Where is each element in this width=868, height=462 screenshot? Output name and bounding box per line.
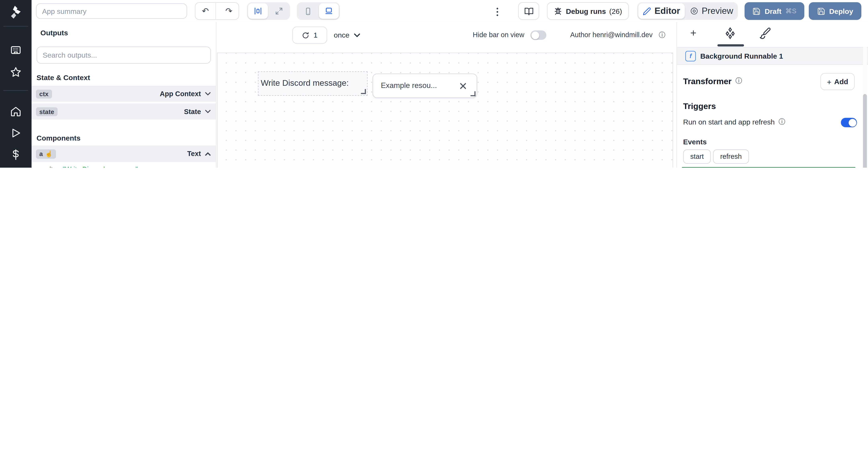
hide-bar-label: Hide bar on view [473,31,524,39]
device-toggle-group [297,2,340,20]
topbar: ↶ ↷ Debug runs(26) Editor Preview [32,0,868,23]
events-title: Events [683,138,707,146]
scrollbar-thumb[interactable] [863,94,867,168]
text-component[interactable]: Write Discord message: [258,72,367,95]
tab-preview[interactable]: Preview [686,3,737,19]
run-on-start-row: Run on start and app refreshⓘ [683,117,785,127]
tab-editor[interactable]: Editor [638,3,685,19]
inspector-header: f Background Runnable 1 [677,47,868,65]
a-result: result:"Write Discord message:" [37,165,138,168]
runs-play-icon[interactable] [10,127,22,139]
event-chip-start: start [683,150,711,164]
editor-preview-group: Editor Preview [637,2,738,20]
add-transformer-button[interactable]: +Add [820,73,855,90]
undo-button[interactable]: ↶ [195,3,216,20]
centered-layout-button[interactable] [248,3,268,19]
desktop-view-button[interactable] [319,3,339,19]
function-icon: f [685,51,696,61]
outputs-panel: Outputs State & Context ctx App Context … [32,22,216,168]
mobile-view-button[interactable] [298,3,318,19]
debug-runs-button[interactable]: Debug runs(26) [547,2,629,20]
home-icon[interactable] [10,106,22,117]
chevron-down-icon[interactable] [205,92,211,96]
resource-select-component[interactable]: Example resou... [373,73,477,98]
values-watched-box: Values watched b.result +Add dependency … [682,167,855,168]
transformer-row: Transformerⓘ [683,76,742,86]
draft-button[interactable]: Draft⌘S [745,2,805,20]
workspace-icon[interactable] [10,44,22,56]
triggers-title: Triggers [683,101,716,111]
left-nav-rail [0,0,32,168]
chevron-up-icon[interactable] [205,152,211,156]
docs-book-button[interactable] [518,2,539,20]
resize-handle[interactable] [361,89,366,94]
inspector-panel: + f Background Runnable 1 Transformerⓘ +… [677,22,868,168]
ctx-badge: ctx [36,89,52,98]
author-label: Author henri@windmill.dev [570,31,653,39]
favorites-star-icon[interactable] [10,66,22,78]
rail-divider [3,26,28,27]
canvas-column: 1 once Hide bar on view Author henri@win… [216,22,676,168]
windmill-logo[interactable] [8,4,23,20]
state-context-title: State & Context [37,73,90,82]
active-tab-underline [717,44,744,46]
redo-button[interactable]: ↷ [219,3,239,20]
chevron-down-icon [354,33,361,37]
clear-selection-icon[interactable] [460,82,467,90]
author-info-icon[interactable]: ⓘ [659,31,665,40]
refresh-count-control[interactable]: 1 [292,27,327,43]
a-badge: a☝ [36,149,56,158]
rail-divider-2 [3,90,28,91]
hand-pointer-icon: ☝ [45,150,53,157]
search-outputs-input[interactable] [37,46,211,63]
insert-plus-tab[interactable]: + [690,27,696,39]
app-window: ↶ ↷ Debug runs(26) Editor Preview [0,0,868,168]
run-on-start-toggle[interactable] [841,118,857,127]
state-badge: state [36,107,58,116]
hide-bar-toggle[interactable] [530,31,546,40]
run-mode-dropdown[interactable]: once [334,27,361,43]
event-chip-refresh: refresh [713,150,749,164]
fullscreen-layout-button[interactable] [269,3,289,19]
app-summary-input[interactable] [36,3,187,19]
outputs-title: Outputs [40,29,68,37]
more-menu-icon[interactable] [496,8,498,16]
app-canvas[interactable]: Write Discord message: Example resou... … [217,53,673,168]
output-row-state[interactable]: state State [32,103,216,120]
layout-toggle-group [247,2,290,20]
deploy-button[interactable]: Deploy [809,2,861,20]
info-icon[interactable]: ⓘ [779,117,785,127]
undo-redo-group: ↶ ↷ [195,2,239,20]
chevron-down-icon[interactable] [205,110,211,113]
settings-components-tab-icon[interactable] [723,27,737,40]
variables-dollar-icon[interactable] [10,149,22,160]
components-title: Components [37,134,81,142]
styling-brush-tab-icon[interactable] [759,27,771,39]
component-row-a[interactable]: a☝ Text [32,145,216,162]
info-icon[interactable]: ⓘ [735,76,742,86]
output-row-ctx[interactable]: ctx App Context [32,86,216,102]
resize-handle[interactable] [471,91,475,96]
